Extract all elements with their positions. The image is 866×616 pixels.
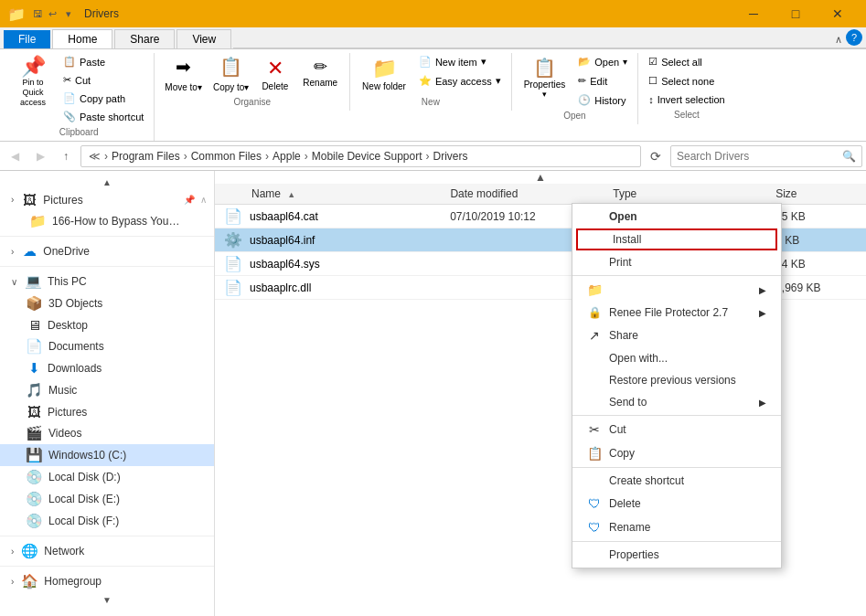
path-apple[interactable]: Apple (273, 150, 301, 163)
ctx-renee-label: Renee File Protector 2.7 (609, 306, 728, 319)
copy-path-label: Copy path (80, 93, 125, 104)
col-header-name[interactable]: Name ▲ (215, 187, 450, 200)
desktop-icon: 🖥 (26, 317, 42, 333)
edit-button[interactable]: ✏ Edit (573, 72, 632, 90)
ctx-restore[interactable]: Restore previous versions (572, 369, 781, 391)
ctx-rename[interactable]: 🛡 Rename (572, 515, 781, 539)
ctx-send-to[interactable]: Send to ▶ (572, 391, 781, 413)
ctx-install[interactable]: Install (576, 228, 777, 250)
refresh-button[interactable]: ⟳ (645, 145, 667, 167)
minimize-button[interactable]: ─ (732, 0, 775, 27)
history-button[interactable]: 🕒 History (573, 91, 632, 109)
col-header-type[interactable]: Type (613, 187, 775, 200)
up-button[interactable]: ↑ (55, 145, 77, 167)
delete-button[interactable]: ✕ Delete (255, 53, 294, 95)
sidebar-item-pictures-top[interactable]: › 🖼 Pictures 📌 ∧ (0, 189, 214, 210)
expand-arrow[interactable]: ∧ (200, 195, 207, 205)
pin-to-quick-access-button[interactable]: 📌 Pin to Quick access (9, 53, 57, 111)
sidebar-item-documents[interactable]: 📄 Documents (0, 335, 214, 357)
tab-file[interactable]: File (4, 30, 50, 48)
new-folder-button[interactable]: 📁 New folder (356, 53, 412, 95)
ctx-properties-label: Properties (609, 548, 659, 561)
window-icon: 📁 (7, 5, 26, 23)
move-to-button[interactable]: ➡ Move to ▾ (160, 53, 207, 94)
search-input[interactable] (677, 150, 839, 163)
close-button[interactable]: ✕ (817, 0, 859, 27)
ctx-open-with[interactable]: Open with... (572, 347, 781, 369)
chevron-right-icon-2: › (11, 247, 14, 257)
tab-share[interactable]: Share (114, 29, 175, 48)
paste-shortcut-button[interactable]: 📎 Paste shortcut (59, 108, 148, 125)
sidebar-item-thispc[interactable]: ∨ 💻 This PC (0, 271, 214, 292)
sidebar-item-network[interactable]: › 🌐 Network (0, 540, 214, 562)
open-button[interactable]: 📂 Open ▾ (573, 53, 632, 70)
collapse-ribbon-button[interactable]: ∧ (835, 34, 842, 48)
file-name-sys: 📄 usbaapl64.sys (215, 255, 450, 272)
ctx-divider-2 (572, 415, 781, 416)
ctx-create-shortcut[interactable]: Create shortcut (572, 470, 781, 492)
sidebar-item-3dobjects[interactable]: 📦 3D Objects (0, 292, 214, 314)
cut-button[interactable]: ✂ Cut (59, 71, 148, 89)
paste-button[interactable]: 📋 Paste (59, 53, 148, 70)
maximize-button[interactable]: □ (775, 0, 817, 27)
rename-button[interactable]: ✏ Rename (296, 53, 344, 91)
sidebar-item-youtube[interactable]: 📁 166-How to Bypass YouTube C (0, 210, 214, 232)
help-button[interactable]: ? (846, 29, 862, 46)
ctx-copy[interactable]: 📋 Copy (572, 441, 781, 465)
ctx-open[interactable]: Open (572, 206, 781, 228)
ctx-renee[interactable]: 🔒 Renee File Protector 2.7 ▶ (572, 302, 781, 324)
ctx-cut[interactable]: ✂ Cut (572, 418, 781, 441)
select-none-button[interactable]: ☐ Select none (644, 72, 729, 90)
copy-to-button[interactable]: 📋 Copy to ▾ (208, 53, 253, 94)
ctx-delete[interactable]: 🛡 Delete (572, 492, 781, 515)
sidebar: ▲ › 🖼 Pictures 📌 ∧ 📁 166-How to Bypass Y… (0, 171, 215, 616)
ctx-share[interactable]: ↗ Share (572, 324, 781, 347)
cut-label: Cut (75, 75, 91, 86)
col-header-size[interactable]: Size (775, 187, 866, 200)
ribbon: 📌 Pin to Quick access 📋 Paste ✂ Cut 📄 Co… (0, 49, 866, 142)
sidebar-item-pictures[interactable]: 🖼 Pictures (0, 401, 214, 422)
invert-selection-button[interactable]: ↕ Invert selection (644, 91, 729, 108)
tab-home[interactable]: Home (52, 29, 112, 48)
path-drivers[interactable]: Drivers (433, 150, 467, 163)
organise-label: Organise (160, 97, 344, 107)
back-button[interactable]: ◀ (4, 145, 26, 167)
address-path[interactable]: ≪ › Program Files › Common Files › Apple… (80, 145, 641, 167)
sidebar-item-diskf[interactable]: 💿 Local Disk (F:) (0, 510, 214, 532)
chevron-right-network: › (11, 547, 14, 557)
properties-button[interactable]: 📋 Properties ▾ (518, 53, 572, 102)
sidebar-item-label-music: Music (48, 384, 77, 397)
search-box[interactable]: 🔍 (670, 145, 862, 167)
sidebar-item-videos[interactable]: 🎬 Videos (0, 422, 214, 444)
sidebar-item-homegroup[interactable]: › 🏠 Homegroup (0, 570, 214, 592)
path-program-files[interactable]: Program Files (112, 150, 180, 163)
copy-path-button[interactable]: 📄 Copy path (59, 90, 148, 107)
sort-up-indicator[interactable]: ▲ (215, 171, 866, 184)
sidebar-item-music[interactable]: 🎵 Music (0, 379, 214, 401)
easy-access-button[interactable]: ⭐ Easy access ▾ (414, 72, 506, 90)
sidebar-item-diskd[interactable]: 💿 Local Disk (D:) (0, 466, 214, 488)
file-icon-inf: ⚙️ (224, 231, 242, 249)
ctx-send-to-label: Send to (609, 396, 647, 409)
sidebar-item-onedrive[interactable]: › ☁ OneDrive (0, 240, 214, 262)
sidebar-item-desktop[interactable]: 🖥 Desktop (0, 314, 214, 335)
videos-icon: 🎬 (26, 425, 43, 441)
col-header-date[interactable]: Date modified (450, 187, 613, 200)
move-to-icon: ➡ (176, 56, 191, 78)
ctx-renee-arrow: ▶ (759, 308, 766, 318)
sidebar-item-windows10c[interactable]: 💾 Windows10 (C:) (0, 444, 214, 466)
select-all-button[interactable]: ☑ Select all (644, 53, 729, 70)
ctx-print[interactable]: Print (572, 251, 781, 273)
sidebar-item-downloads[interactable]: ⬇ Downloads (0, 357, 214, 379)
sidebar-item-diske[interactable]: 💿 Local Disk (E:) (0, 488, 214, 510)
new-item-button[interactable]: 📄 New item ▾ (414, 53, 506, 70)
tab-view[interactable]: View (176, 29, 231, 48)
copy-to-label: Copy to (213, 82, 244, 92)
sidebar-scroll-down[interactable]: ▼ (0, 592, 214, 607)
path-common-files[interactable]: Common Files (191, 150, 262, 163)
ctx-properties[interactable]: Properties (572, 544, 781, 566)
forward-button[interactable]: ▶ (29, 145, 51, 167)
sidebar-scroll-up[interactable]: ▲ (0, 175, 214, 189)
path-mobile-device-support[interactable]: Mobile Device Support (312, 150, 422, 163)
ctx-submenu1[interactable]: 📁 ▶ (572, 278, 781, 302)
